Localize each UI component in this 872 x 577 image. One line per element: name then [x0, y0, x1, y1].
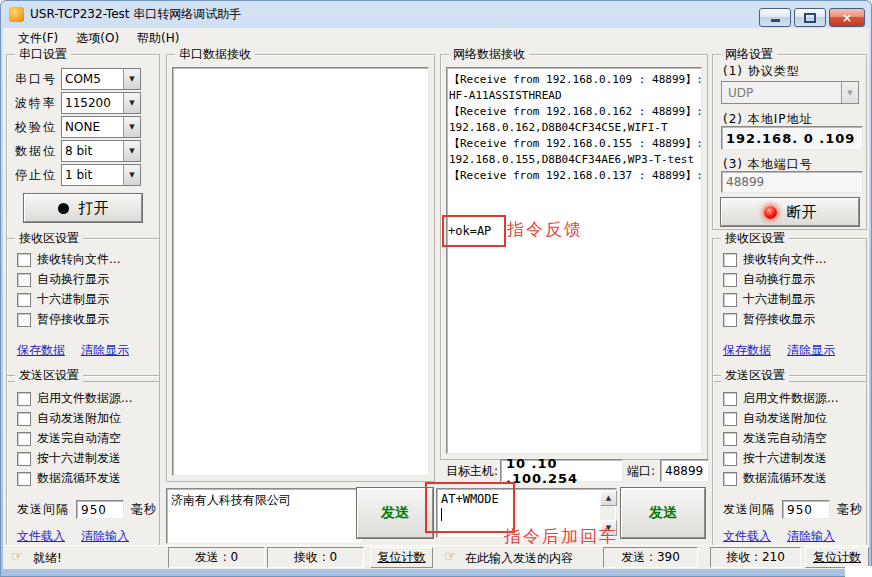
- menu-bar: 文件(F) 选项(O) 帮助(H): [3, 28, 869, 48]
- clear-display-link[interactable]: 清除显示: [81, 342, 129, 359]
- checkbox-icon[interactable]: [723, 392, 737, 406]
- send-interval-input[interactable]: 950: [782, 500, 830, 519]
- recv-settings-right-group: 接收区设置 接收转向文件... 自动换行显示 十六进制显示 暂停接收显示 保存数…: [712, 238, 867, 382]
- pointer-hand-icon: ☞: [11, 549, 24, 563]
- checkbox-label: 接收转向文件...: [743, 251, 826, 268]
- minimize-button[interactable]: [759, 8, 791, 27]
- send-interval-input[interactable]: 950: [76, 500, 124, 519]
- reset-count-left-button[interactable]: 复位计数: [370, 547, 433, 568]
- send-left-option-loop[interactable]: 数据流循环发送: [17, 471, 159, 486]
- save-data-link[interactable]: 保存数据: [17, 342, 65, 359]
- send-right-option-append[interactable]: 自动发送附加位: [723, 411, 866, 426]
- dropdown-arrow-icon[interactable]: ▼: [123, 165, 140, 185]
- checkbox-icon[interactable]: [17, 273, 31, 287]
- local-ip-input[interactable]: 192.168. 0 .109: [721, 126, 863, 150]
- recv-right-option-pause[interactable]: 暂停接收显示: [723, 312, 866, 327]
- dropdown-arrow-icon[interactable]: ▼: [123, 93, 140, 113]
- recv-left-option-pause[interactable]: 暂停接收显示: [17, 312, 159, 327]
- checkbox-label: 发送完自动清空: [37, 430, 121, 447]
- recv-left-option-hex[interactable]: 十六进制显示: [17, 292, 159, 307]
- load-file-link[interactable]: 文件载入: [723, 528, 771, 545]
- checkbox-icon[interactable]: [17, 253, 31, 267]
- stop-bits-label: 停止位: [15, 167, 57, 184]
- target-port-input[interactable]: 48899: [660, 459, 709, 482]
- checkbox-icon[interactable]: [723, 432, 737, 446]
- recv-left-option-wrap[interactable]: 自动换行显示: [17, 272, 159, 287]
- checkbox-icon[interactable]: [723, 452, 737, 466]
- send-left-option-filesource[interactable]: 启用文件数据源...: [17, 391, 159, 406]
- serial-send-textarea[interactable]: 济南有人科技有限公司: [166, 488, 363, 544]
- window-controls: ×: [759, 8, 865, 27]
- checkbox-icon[interactable]: [723, 293, 737, 307]
- minimize-icon: [771, 19, 780, 22]
- disconnect-button-label: 断开: [787, 203, 817, 222]
- recv-right-option-redirect[interactable]: 接收转向文件...: [723, 252, 866, 267]
- send-left-option-autoclear[interactable]: 发送完自动清空: [17, 431, 159, 446]
- baud-rate-select[interactable]: 115200 ▼: [61, 92, 141, 114]
- send-left-option-append[interactable]: 自动发送附加位: [17, 411, 159, 426]
- parity-select[interactable]: NONE ▼: [61, 116, 141, 138]
- open-serial-button[interactable]: 打开: [24, 194, 142, 222]
- stop-bits-value: 1 bit: [62, 168, 123, 182]
- status-tx-left-text: 发送 : 0: [195, 549, 238, 566]
- feedback-highlight-box: +ok=AP: [442, 215, 506, 247]
- recv-left-option-redirect[interactable]: 接收转向文件...: [17, 252, 159, 267]
- checkbox-icon[interactable]: [723, 472, 737, 486]
- title-bar[interactable]: USR-TCP232-Test 串口转网络调试助手 ×: [0, 0, 872, 28]
- network-recv-textarea[interactable]: 【Receive from 192.168.0.109 : 48899】: HF…: [446, 67, 702, 454]
- protocol-value: UDP: [722, 86, 841, 100]
- close-button[interactable]: ×: [829, 8, 865, 27]
- dropdown-arrow-icon[interactable]: ▼: [123, 141, 140, 161]
- checkbox-icon[interactable]: [723, 253, 737, 267]
- recv-right-option-wrap[interactable]: 自动换行显示: [723, 272, 866, 287]
- network-send-button[interactable]: 发送: [621, 488, 705, 538]
- serial-send-button[interactable]: 发送: [357, 488, 433, 538]
- stop-bits-select[interactable]: 1 bit ▼: [61, 164, 141, 186]
- checkbox-icon[interactable]: [17, 313, 31, 327]
- send-right-option-autoclear[interactable]: 发送完自动清空: [723, 431, 866, 446]
- serial-port-select[interactable]: COM5 ▼: [61, 68, 141, 90]
- checkbox-icon[interactable]: [723, 273, 737, 287]
- serial-recv-textarea[interactable]: [172, 67, 429, 476]
- send-settings-left-title: 发送区设置: [15, 367, 83, 384]
- disconnect-button[interactable]: 断开: [721, 198, 859, 226]
- data-bits-select[interactable]: 8 bit ▼: [61, 140, 141, 162]
- send-right-option-filesource[interactable]: 启用文件数据源...: [723, 391, 866, 406]
- clear-input-link[interactable]: 清除输入: [81, 528, 129, 545]
- checkbox-label: 按十六进制发送: [37, 450, 121, 467]
- checkbox-icon[interactable]: [17, 432, 31, 446]
- closed-led-icon: [58, 203, 69, 214]
- checkbox-label: 十六进制显示: [743, 291, 815, 308]
- dropdown-arrow-icon[interactable]: ▼: [123, 69, 140, 89]
- checkbox-label: 暂停接收显示: [37, 311, 109, 328]
- target-host-input[interactable]: 10 .10 .100.254: [500, 459, 623, 482]
- checkbox-label: 自动换行显示: [37, 271, 109, 288]
- load-file-link[interactable]: 文件载入: [17, 528, 65, 545]
- reset-count-right-label: 复位计数: [813, 549, 861, 566]
- checkbox-icon[interactable]: [17, 293, 31, 307]
- network-recv-group: 网络数据接收 【Receive from 192.168.0.109 : 488…: [440, 54, 708, 460]
- protocol-select[interactable]: UDP ▼: [721, 81, 859, 104]
- recv-right-option-hex[interactable]: 十六进制显示: [723, 292, 866, 307]
- status-rx-left: 接收 : 0: [267, 547, 364, 568]
- local-port-input[interactable]: 48899: [721, 171, 863, 193]
- save-data-link[interactable]: 保存数据: [723, 342, 771, 359]
- stop-bits-row: 停止位 1 bit ▼: [15, 165, 159, 185]
- clear-input-link[interactable]: 清除输入: [787, 528, 835, 545]
- checkbox-icon[interactable]: [17, 452, 31, 466]
- reset-count-right-button[interactable]: 复位计数: [805, 547, 869, 568]
- maximize-icon: [804, 13, 816, 23]
- checkbox-icon[interactable]: [723, 412, 737, 426]
- checkbox-icon[interactable]: [17, 392, 31, 406]
- clear-display-link[interactable]: 清除显示: [787, 342, 835, 359]
- checkbox-icon[interactable]: [723, 313, 737, 327]
- dropdown-arrow-icon[interactable]: ▼: [123, 117, 140, 137]
- checkbox-icon[interactable]: [17, 412, 31, 426]
- checkbox-icon[interactable]: [17, 472, 31, 486]
- send-right-option-hexsend[interactable]: 按十六进制发送: [723, 451, 866, 466]
- send-left-option-hexsend[interactable]: 按十六进制发送: [17, 451, 159, 466]
- maximize-button[interactable]: [794, 8, 826, 27]
- send-right-option-loop[interactable]: 数据流循环发送: [723, 471, 866, 486]
- menu-options[interactable]: 选项(O): [67, 28, 128, 49]
- scroll-up-icon[interactable]: ▲: [600, 490, 617, 506]
